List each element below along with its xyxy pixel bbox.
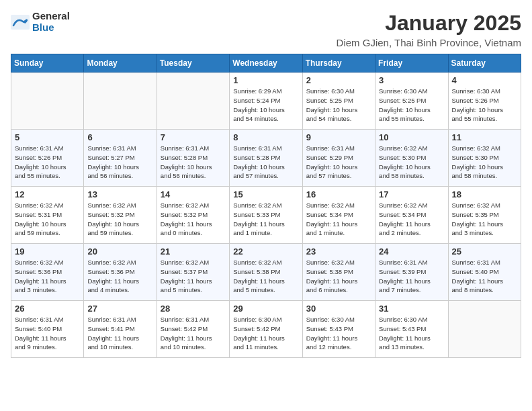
calendar-cell: 14Sunrise: 6:32 AM Sunset: 5:32 PM Dayli… (157, 187, 229, 244)
day-info: Sunrise: 6:30 AM Sunset: 5:43 PM Dayligh… (306, 315, 371, 352)
day-info: Sunrise: 6:31 AM Sunset: 5:28 PM Dayligh… (233, 144, 298, 181)
title-area: January 2025 Diem GJien, Thai Binh Provi… (337, 11, 521, 48)
weekday-header-row: SundayMondayTuesdayWednesdayThursdayFrid… (11, 54, 521, 73)
calendar-cell: 21Sunrise: 6:32 AM Sunset: 5:37 PM Dayli… (157, 244, 229, 301)
calendar-week-row: 19Sunrise: 6:32 AM Sunset: 5:36 PM Dayli… (11, 244, 521, 301)
day-info: Sunrise: 6:32 AM Sunset: 5:38 PM Dayligh… (233, 258, 298, 295)
day-info: Sunrise: 6:31 AM Sunset: 5:27 PM Dayligh… (87, 144, 152, 181)
calendar-cell: 8Sunrise: 6:31 AM Sunset: 5:28 PM Daylig… (230, 130, 302, 187)
day-number: 20 (87, 246, 152, 257)
calendar-cell: 30Sunrise: 6:30 AM Sunset: 5:43 PM Dayli… (302, 301, 375, 358)
day-number: 21 (161, 246, 226, 257)
day-number: 11 (452, 132, 517, 142)
day-info: Sunrise: 6:32 AM Sunset: 5:34 PM Dayligh… (306, 201, 371, 238)
calendar-cell: 18Sunrise: 6:32 AM Sunset: 5:35 PM Dayli… (448, 187, 521, 244)
calendar-cell: 24Sunrise: 6:31 AM Sunset: 5:39 PM Dayli… (375, 244, 448, 301)
day-number: 7 (161, 132, 226, 142)
svg-rect-0 (11, 15, 30, 30)
calendar-cell: 10Sunrise: 6:32 AM Sunset: 5:30 PM Dayli… (375, 130, 448, 187)
calendar-cell: 31Sunrise: 6:30 AM Sunset: 5:43 PM Dayli… (375, 301, 448, 358)
day-info: Sunrise: 6:31 AM Sunset: 5:40 PM Dayligh… (452, 258, 517, 295)
calendar-cell: 13Sunrise: 6:32 AM Sunset: 5:32 PM Dayli… (84, 187, 157, 244)
day-info: Sunrise: 6:31 AM Sunset: 5:40 PM Dayligh… (15, 315, 80, 352)
calendar-week-row: 26Sunrise: 6:31 AM Sunset: 5:40 PM Dayli… (11, 301, 521, 358)
day-info: Sunrise: 6:31 AM Sunset: 5:39 PM Dayligh… (379, 258, 444, 295)
day-info: Sunrise: 6:32 AM Sunset: 5:36 PM Dayligh… (15, 258, 80, 295)
day-info: Sunrise: 6:31 AM Sunset: 5:42 PM Dayligh… (161, 315, 226, 352)
day-number: 15 (233, 189, 298, 199)
logo-general: General (32, 11, 70, 22)
calendar-cell (448, 301, 521, 358)
day-info: Sunrise: 6:31 AM Sunset: 5:29 PM Dayligh… (306, 144, 371, 181)
day-info: Sunrise: 6:32 AM Sunset: 5:37 PM Dayligh… (161, 258, 226, 295)
day-number: 19 (15, 246, 80, 257)
calendar-cell (11, 73, 84, 130)
calendar-cell: 12Sunrise: 6:32 AM Sunset: 5:31 PM Dayli… (11, 187, 84, 244)
calendar-cell: 28Sunrise: 6:31 AM Sunset: 5:42 PM Dayli… (157, 301, 229, 358)
day-number: 9 (306, 132, 371, 142)
day-number: 22 (233, 246, 298, 257)
day-info: Sunrise: 6:30 AM Sunset: 5:25 PM Dayligh… (306, 87, 371, 124)
calendar-cell: 26Sunrise: 6:31 AM Sunset: 5:40 PM Dayli… (11, 301, 84, 358)
weekday-header: Wednesday (230, 54, 302, 73)
day-info: Sunrise: 6:31 AM Sunset: 5:41 PM Dayligh… (87, 315, 152, 352)
calendar-week-row: 12Sunrise: 6:32 AM Sunset: 5:31 PM Dayli… (11, 187, 521, 244)
day-info: Sunrise: 6:32 AM Sunset: 5:32 PM Dayligh… (161, 201, 226, 238)
page-header: General Blue January 2025 Diem GJien, Th… (11, 11, 521, 48)
weekday-header: Friday (375, 54, 448, 73)
calendar-cell: 25Sunrise: 6:31 AM Sunset: 5:40 PM Dayli… (448, 244, 521, 301)
calendar-cell: 9Sunrise: 6:31 AM Sunset: 5:29 PM Daylig… (302, 130, 375, 187)
calendar-cell: 7Sunrise: 6:31 AM Sunset: 5:28 PM Daylig… (157, 130, 229, 187)
day-number: 16 (306, 189, 371, 199)
weekday-header: Tuesday (157, 54, 229, 73)
day-number: 2 (306, 75, 371, 85)
day-number: 31 (379, 304, 444, 314)
calendar-week-row: 1Sunrise: 6:29 AM Sunset: 5:24 PM Daylig… (11, 73, 521, 130)
day-number: 25 (452, 246, 517, 257)
day-info: Sunrise: 6:32 AM Sunset: 5:32 PM Dayligh… (87, 201, 152, 238)
calendar-cell: 17Sunrise: 6:32 AM Sunset: 5:34 PM Dayli… (375, 187, 448, 244)
day-number: 24 (379, 246, 444, 257)
calendar-cell: 1Sunrise: 6:29 AM Sunset: 5:24 PM Daylig… (230, 73, 302, 130)
calendar-title: January 2025 (337, 11, 521, 36)
calendar-cell: 11Sunrise: 6:32 AM Sunset: 5:30 PM Dayli… (448, 130, 521, 187)
calendar-subtitle: Diem GJien, Thai Binh Province, Vietnam (337, 37, 521, 48)
day-info: Sunrise: 6:32 AM Sunset: 5:38 PM Dayligh… (306, 258, 371, 295)
day-number: 13 (87, 189, 152, 199)
weekday-header: Monday (84, 54, 157, 73)
calendar-cell: 20Sunrise: 6:32 AM Sunset: 5:36 PM Dayli… (84, 244, 157, 301)
day-number: 5 (15, 132, 80, 142)
day-number: 3 (379, 75, 444, 85)
calendar-cell: 6Sunrise: 6:31 AM Sunset: 5:27 PM Daylig… (84, 130, 157, 187)
day-number: 1 (233, 75, 298, 85)
day-info: Sunrise: 6:32 AM Sunset: 5:31 PM Dayligh… (15, 201, 80, 238)
day-number: 28 (161, 304, 226, 314)
calendar-cell: 19Sunrise: 6:32 AM Sunset: 5:36 PM Dayli… (11, 244, 84, 301)
day-number: 6 (87, 132, 152, 142)
logo: General Blue (11, 11, 70, 33)
calendar-cell: 5Sunrise: 6:31 AM Sunset: 5:26 PM Daylig… (11, 130, 84, 187)
day-number: 12 (15, 189, 80, 199)
logo-blue: Blue (32, 22, 70, 34)
day-number: 8 (233, 132, 298, 142)
calendar-table: SundayMondayTuesdayWednesdayThursdayFrid… (11, 54, 521, 358)
day-number: 26 (15, 304, 80, 314)
day-info: Sunrise: 6:29 AM Sunset: 5:24 PM Dayligh… (233, 87, 298, 124)
day-number: 29 (233, 304, 298, 314)
calendar-cell: 29Sunrise: 6:30 AM Sunset: 5:42 PM Dayli… (230, 301, 302, 358)
day-info: Sunrise: 6:32 AM Sunset: 5:34 PM Dayligh… (379, 201, 444, 238)
calendar-cell: 16Sunrise: 6:32 AM Sunset: 5:34 PM Dayli… (302, 187, 375, 244)
weekday-header: Sunday (11, 54, 84, 73)
logo-text: General Blue (32, 11, 70, 33)
day-info: Sunrise: 6:32 AM Sunset: 5:30 PM Dayligh… (452, 144, 517, 181)
weekday-header: Saturday (448, 54, 521, 73)
day-info: Sunrise: 6:30 AM Sunset: 5:42 PM Dayligh… (233, 315, 298, 352)
calendar-cell (84, 73, 157, 130)
logo-icon (11, 15, 30, 30)
day-info: Sunrise: 6:32 AM Sunset: 5:30 PM Dayligh… (379, 144, 444, 181)
day-info: Sunrise: 6:31 AM Sunset: 5:28 PM Dayligh… (161, 144, 226, 181)
day-info: Sunrise: 6:32 AM Sunset: 5:33 PM Dayligh… (233, 201, 298, 238)
calendar-cell: 15Sunrise: 6:32 AM Sunset: 5:33 PM Dayli… (230, 187, 302, 244)
calendar-cell (157, 73, 229, 130)
weekday-header: Thursday (302, 54, 375, 73)
